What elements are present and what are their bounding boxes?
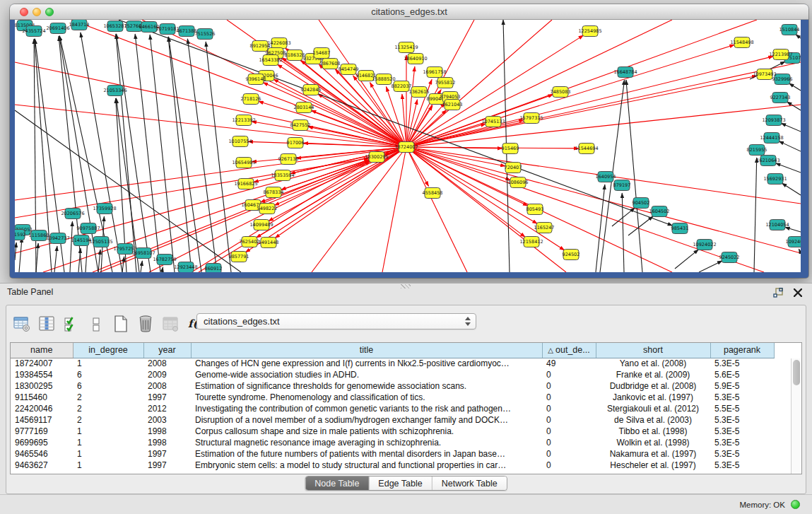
graph-node[interactable]: 985431 [671, 223, 689, 234]
graph-node[interactable]: 1165247 [534, 223, 555, 233]
citation-edge[interactable] [141, 261, 142, 272]
table-cell[interactable]: 9115460 [11, 392, 73, 403]
column-header-outde[interactable]: △out_de... [542, 343, 596, 358]
table-cell[interactable]: Tourette syndrome. Phenomenology and cla… [191, 392, 542, 403]
table-cell[interactable]: 0 [542, 437, 596, 448]
citation-edge[interactable] [19, 238, 22, 272]
graph-node[interactable]: 9267130 [278, 154, 299, 165]
table-cell[interactable]: 2 [73, 392, 143, 403]
table-cell[interactable]: 18724007 [11, 358, 73, 369]
close-panel-icon[interactable] [792, 287, 804, 298]
table-cell[interactable]: 6 [73, 380, 143, 392]
table-mode-icon[interactable] [12, 314, 32, 334]
table-row[interactable]: 2242004622012Investigating the contribut… [11, 403, 774, 414]
table-cell[interactable]: 5.3E-5 [710, 358, 774, 369]
table-cell[interactable]: Genome-wide association studies in ADHD. [191, 369, 542, 380]
column-header-year[interactable]: year [143, 343, 191, 358]
table-cell[interactable]: de Silva et al. (2003) [596, 414, 710, 426]
citation-edge[interactable] [775, 163, 801, 173]
table-cell[interactable]: Yano et al. (2008) [596, 358, 710, 369]
graph-node[interactable]: 879197 [613, 180, 631, 191]
table-cell[interactable]: 1 [73, 437, 143, 448]
import-table-icon[interactable] [160, 314, 180, 334]
table-cell[interactable]: 18300295 [11, 380, 73, 392]
graph-node[interactable]: 9857791 [229, 252, 249, 262]
graph-node[interactable]: 20206576 [61, 209, 84, 219]
table-row[interactable]: 969969511998Structural magnetic resonanc… [11, 437, 774, 448]
new-column-icon[interactable] [111, 314, 131, 334]
table-row[interactable]: 1938455462009Genome-wide association stu… [11, 369, 774, 380]
tab-node-table[interactable]: Node Table [305, 477, 369, 490]
graph-node[interactable]: 4671388 [177, 26, 197, 37]
citation-edge[interactable] [406, 147, 467, 272]
graph-node[interactable]: 1086096 [508, 177, 529, 188]
table-cell[interactable]: 2 [73, 414, 143, 426]
table-cell[interactable]: 5.6E-5 [710, 369, 774, 380]
table-cell[interactable]: 2008 [143, 380, 191, 392]
graph-node[interactable]: 12104054 [765, 220, 789, 230]
table-cell[interactable]: 22420046 [11, 403, 73, 414]
citation-edge[interactable] [406, 20, 552, 147]
citation-edge[interactable] [273, 79, 406, 147]
graph-node[interactable]: 11544694 [575, 144, 598, 154]
table-cell[interactable]: 5.3E-5 [710, 426, 774, 437]
graph-node[interactable]: 1491448 [259, 238, 279, 248]
citation-edge[interactable] [675, 250, 698, 269]
graph-node[interactable]: 1843714 [69, 20, 90, 30]
table-cell[interactable]: 2003 [143, 414, 191, 426]
graph-node[interactable]: 860912 [205, 264, 223, 273]
window-titlebar[interactable]: citations_edges.txt [10, 4, 808, 20]
citation-edge[interactable] [70, 221, 72, 272]
graph-node[interactable]: 9396148 [246, 74, 266, 85]
graph-node[interactable]: 1640954 [596, 172, 616, 182]
graph-node[interactable]: 1621043 [442, 100, 463, 110]
table-cell[interactable]: 0 [542, 403, 596, 414]
graph-node[interactable]: 915469 [502, 144, 519, 154]
table-row[interactable]: 911546021997Tourette syndrome. Phenomeno… [11, 392, 774, 403]
graph-node[interactable]: 917006 [287, 138, 305, 148]
table-cell[interactable]: 1998 [143, 426, 191, 437]
table-cell[interactable]: 1997 [143, 448, 191, 460]
deselect-all-icon[interactable] [86, 314, 106, 334]
table-cell[interactable]: Changes of HCN gene expression and I(f) … [191, 358, 542, 369]
citation-edge[interactable] [782, 183, 801, 195]
graph-node[interactable]: 5498222 [257, 204, 278, 214]
graph-node[interactable]: 7515526 [195, 29, 216, 40]
citation-edge[interactable] [781, 123, 801, 132]
table-cell[interactable]: 1 [73, 448, 143, 460]
table-row[interactable]: 946362711997Embryonic stem cells: a mode… [11, 460, 774, 471]
graph-node[interactable]: 17359928 [93, 204, 116, 214]
table-row[interactable]: 1456911722003Disruption of a novel membe… [11, 414, 774, 426]
graph-node[interactable]: 9227343 [770, 93, 791, 103]
graph-node[interactable]: 16210643 [756, 156, 779, 166]
table-cell[interactable]: 5.3E-5 [710, 448, 774, 460]
citation-edge[interactable] [15, 105, 406, 147]
citation-edge[interactable] [699, 261, 722, 272]
citation-edge[interactable] [122, 257, 124, 272]
float-panel-icon[interactable] [772, 287, 784, 298]
table-cell[interactable]: Wolkin et al. (1998) [596, 437, 710, 448]
graph-node[interactable]: 12213392 [232, 115, 255, 126]
table-cell[interactable]: 1997 [143, 460, 191, 471]
table-cell[interactable]: 9465546 [11, 448, 73, 460]
column-header-short[interactable]: short [596, 343, 710, 358]
table-cell[interactable]: 2009 [143, 369, 191, 380]
table-cell[interactable]: Franke et al. (2009) [596, 369, 710, 380]
table-cell[interactable]: Embryonic stem cells: a model to study s… [191, 460, 542, 471]
graph-node[interactable]: 1362615 [409, 87, 430, 98]
graph-node[interactable]: 7955812 [435, 78, 456, 88]
citation-edge[interactable] [406, 62, 801, 147]
graph-node[interactable]: 12158412 [519, 237, 543, 247]
graph-node[interactable]: 8186328 [285, 50, 305, 61]
graph-node[interactable]: 8678334 [264, 187, 284, 198]
table-cell[interactable]: 19384554 [11, 369, 73, 380]
graph-node[interactable]: 924502 [563, 250, 580, 260]
graph-node[interactable]: 15692931 [763, 174, 787, 185]
graph-node[interactable]: 1145194 [71, 235, 92, 246]
table-cell[interactable]: 1 [73, 358, 143, 369]
graph-node[interactable]: 11548498 [730, 37, 753, 48]
table-cell[interactable]: Stergiakouli et al. (2012) [596, 403, 710, 414]
table-cell[interactable]: 2012 [143, 403, 191, 414]
citation-edge[interactable] [406, 76, 757, 147]
graph-node[interactable]: 14226083 [267, 38, 290, 49]
